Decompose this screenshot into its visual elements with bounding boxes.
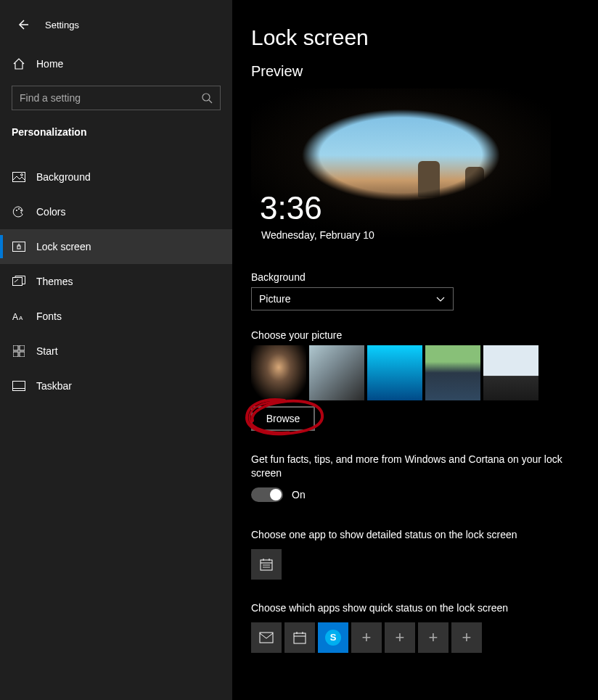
funfacts-text: Get fun facts, tips, and more from Windo… [251,453,570,480]
quick-status-add-button[interactable]: + [351,622,382,653]
svg-point-3 [16,210,17,211]
detailed-status-app-button[interactable] [251,549,282,580]
svg-text:A: A [19,315,23,321]
nav-item-colors[interactable]: Colors [0,194,232,229]
plus-icon: + [429,628,438,647]
skype-icon: S [325,630,341,646]
picture-thumbnail[interactable] [483,345,538,400]
svg-rect-1 [13,173,25,182]
quick-status-add-button[interactable]: + [451,622,482,653]
nav-label: Colors [36,206,65,218]
home-icon [12,57,26,71]
fonts-icon: AA [12,309,26,324]
nav-item-start[interactable]: Start [0,334,232,368]
nav-label: Fonts [36,310,62,322]
picture-thumbnail[interactable] [367,345,422,400]
svg-point-0 [202,94,210,101]
svg-rect-23 [260,633,273,643]
section-heading: Personalization [0,126,232,138]
nav-list: Background Colors Lock screen Themes AA … [0,160,232,403]
svg-rect-8 [13,278,22,286]
nav-label: Taskbar [36,380,72,392]
nav-item-background[interactable]: Background [0,160,232,194]
browse-button[interactable]: Browse [251,406,315,431]
picture-thumbnails [251,345,598,400]
back-button[interactable] [15,17,30,33]
start-icon [12,344,26,358]
background-dropdown[interactable]: Picture [251,287,454,310]
search-placeholder: Find a setting [20,92,81,104]
calendar-icon [292,630,307,645]
quick-status-add-button[interactable]: + [418,622,448,653]
quick-status-app-calendar[interactable] [284,622,315,653]
svg-point-5 [20,210,22,211]
back-arrow-icon [16,18,29,31]
nav-item-themes[interactable]: Themes [0,264,232,299]
main-content: Lock screen Preview 3:36 Wednesday, Febr… [232,0,598,700]
svg-rect-11 [13,345,18,350]
home-button[interactable]: Home [0,49,232,78]
nav-label: Background [36,171,91,183]
background-label: Background [251,271,598,283]
nav-item-fonts[interactable]: AA Fonts [0,299,232,334]
preview-time: 3:36 [260,190,322,226]
search-icon [201,92,213,104]
svg-rect-24 [294,633,306,643]
quick-status-app-skype[interactable]: S [318,622,348,653]
nav-label: Lock screen [36,241,91,252]
picture-thumbnail[interactable] [425,345,480,400]
svg-point-2 [21,174,23,176]
home-label: Home [36,58,63,70]
page-title: Lock screen [251,25,598,50]
toggle-state: On [292,489,306,501]
svg-rect-12 [20,345,25,350]
quick-status-app-mail[interactable] [251,622,282,653]
mail-icon [259,632,274,643]
choose-picture-label: Choose your picture [251,329,598,341]
preview-heading: Preview [251,63,598,80]
plus-icon: + [462,628,472,647]
lock-screen-icon [12,239,26,254]
svg-rect-6 [13,242,25,252]
search-input[interactable]: Find a setting [12,86,221,110]
palette-icon [12,205,26,219]
preview-date: Wednesday, February 10 [261,229,374,241]
svg-rect-13 [13,352,18,357]
picture-icon [12,170,26,184]
chevron-down-icon [435,294,446,304]
calendar-icon [259,557,274,572]
lock-screen-preview: 3:36 Wednesday, February 10 [251,88,551,255]
funfacts-toggle[interactable] [251,487,283,502]
window-title: Settings [45,20,79,30]
detailed-status-label: Choose one app to show detailed status o… [251,528,570,542]
quick-status-add-button[interactable]: + [385,622,415,653]
taskbar-icon [12,379,26,393]
plus-icon: + [362,628,372,647]
themes-icon [12,274,26,289]
picture-thumbnail[interactable] [309,345,364,400]
svg-rect-14 [20,352,25,357]
quick-status-label: Choose which apps show quick status on t… [251,601,570,615]
nav-item-lock-screen[interactable]: Lock screen [0,229,232,264]
svg-point-4 [18,208,20,210]
picture-thumbnail[interactable] [251,345,306,400]
nav-item-taskbar[interactable]: Taskbar [0,368,232,403]
nav-label: Start [36,345,58,357]
nav-label: Themes [36,276,73,287]
dropdown-value: Picture [259,293,291,305]
svg-text:A: A [12,312,18,322]
svg-rect-15 [13,382,25,391]
sidebar: Settings Home Find a setting Personaliza… [0,0,232,700]
svg-rect-7 [17,246,20,249]
plus-icon: + [396,628,405,647]
